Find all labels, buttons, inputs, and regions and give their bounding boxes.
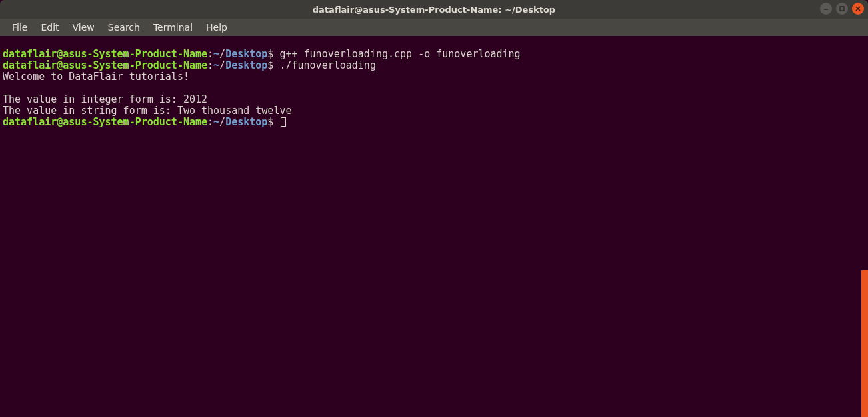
prompt-user: dataflair@asus-System-Product-Name (3, 48, 207, 60)
scrollbar[interactable] (861, 270, 868, 417)
terminal-window: dataflair@asus-System-Product-Name: ~/De… (0, 0, 868, 417)
output-line: Welcome to DataFlair tutorials! (3, 71, 189, 83)
output-line: The value in string form is: Two thousan… (3, 105, 291, 117)
prompt-slash: / (219, 48, 225, 60)
menu-terminal[interactable]: Terminal (147, 20, 199, 35)
close-button[interactable] (852, 3, 864, 15)
close-icon (855, 5, 861, 12)
prompt-colon: : (207, 48, 213, 60)
prompt-dollar: $ (267, 116, 279, 128)
menu-help[interactable]: Help (199, 20, 234, 35)
window-controls (820, 3, 864, 15)
prompt-path: Desktop (225, 48, 267, 60)
menu-view[interactable]: View (66, 20, 101, 35)
minimize-icon (823, 5, 829, 12)
prompt-user: dataflair@asus-System-Product-Name (3, 59, 207, 71)
terminal-output: dataflair@asus-System-Product-Name:~/Des… (3, 37, 865, 139)
prompt-colon: : (207, 116, 213, 128)
prompt-dollar: $ (267, 48, 279, 60)
menu-search[interactable]: Search (101, 20, 147, 35)
command-2: ./funoverloading (279, 59, 376, 71)
output-line: The value in integer form is: 2012 (3, 93, 207, 105)
menu-edit[interactable]: Edit (34, 20, 65, 35)
prompt-path: Desktop (225, 59, 267, 71)
cursor-icon (281, 117, 286, 127)
minimize-button[interactable] (820, 3, 832, 15)
prompt-dollar: $ (267, 59, 279, 71)
command-1: g++ funoverloading.cpp -o funoverloading (279, 48, 520, 60)
titlebar[interactable]: dataflair@asus-System-Product-Name: ~/De… (0, 0, 868, 19)
prompt-tilde: ~ (213, 116, 219, 128)
window-title: dataflair@asus-System-Product-Name: ~/De… (313, 5, 555, 15)
prompt-slash: / (219, 59, 225, 71)
prompt-colon: : (207, 59, 213, 71)
menu-file[interactable]: File (5, 20, 34, 35)
svg-rect-1 (840, 7, 844, 11)
maximize-button[interactable] (836, 3, 848, 15)
terminal-body[interactable]: dataflair@asus-System-Product-Name:~/Des… (0, 36, 868, 417)
prompt-tilde: ~ (213, 59, 219, 71)
menubar: File Edit View Search Terminal Help (0, 19, 868, 36)
prompt-slash: / (219, 116, 225, 128)
maximize-icon (839, 5, 845, 12)
prompt-user: dataflair@asus-System-Product-Name (3, 116, 207, 128)
prompt-tilde: ~ (213, 48, 219, 60)
prompt-path: Desktop (225, 116, 267, 128)
